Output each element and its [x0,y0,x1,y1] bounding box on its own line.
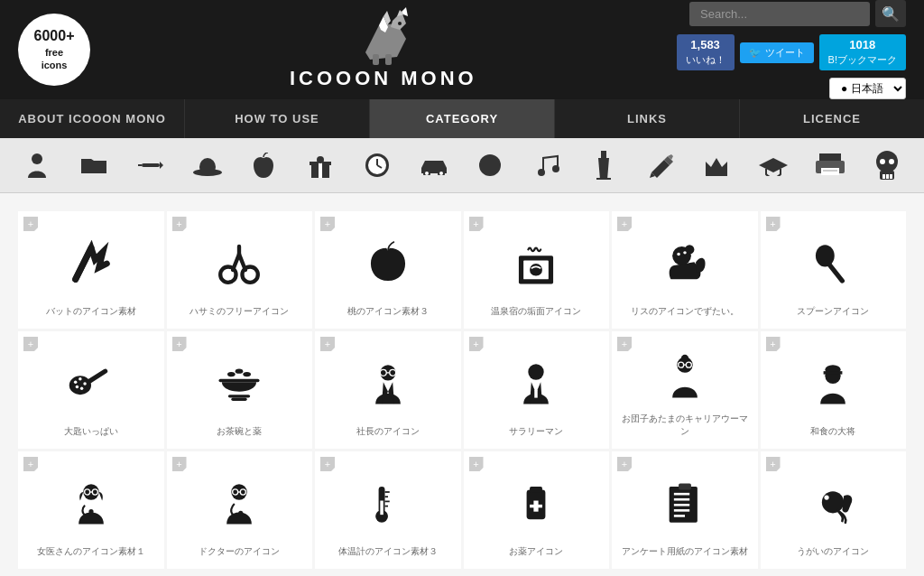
icon-label: 体温計のアイコン素材３ [338,545,438,558]
plus-badge: + [469,337,484,351]
icon-thermometer [365,469,411,538]
icon-survey [661,469,708,538]
plus-badge: + [766,337,781,351]
cat-icon-apple[interactable] [236,145,292,185]
nav-links[interactable]: LINKS [555,99,740,138]
icon-card-career-woman[interactable]: + お団子あたまのキャリアウーマン [612,331,758,449]
svg-rect-119 [679,483,691,489]
icon-scissors [216,229,263,298]
icon-card-ladle[interactable]: + 大匙いっぱい [18,331,164,449]
svg-point-63 [74,381,77,384]
icon-onsen [513,229,559,298]
header: 6000+ free icons [0,0,924,99]
icon-card-scissors[interactable]: + ハサミのフリーアイコン [167,211,313,329]
nav-how-to-use[interactable]: HOW TO USE [185,99,370,138]
svg-rect-31 [596,178,611,180]
nav-licence[interactable]: LICENCE [740,99,924,138]
cat-icon-syringe[interactable] [123,152,180,179]
icon-card-survey[interactable]: + アンケート用紙のアイコン素材 [612,451,758,569]
icon-card-salaryman[interactable]: + サラリーマン [464,331,610,449]
icon-label: ハサミのフリーアイコン [189,305,289,318]
hatena-button[interactable]: 1018 B!ブックマーク [819,34,906,70]
social-row: 1,583 いいね！ 🐦 ツイート 1018 B!ブックマーク [677,34,906,70]
icon-card-gargle[interactable]: + うがいのアイコン [761,451,907,569]
plus-badge: + [320,457,335,471]
logo-text-line1: 6000+ [34,27,75,46]
svg-rect-115 [674,498,689,501]
hb-label: B!ブックマーク [828,53,897,66]
icon-card-spoon[interactable]: + スプーンアイコン [761,211,907,329]
tw-label: ツイート [765,46,805,60]
cat-icon-skull[interactable] [858,144,915,187]
svg-rect-70 [232,398,247,401]
icon-label: 女医さんのアイコン素材１ [37,545,145,558]
cat-icon-lighthouse[interactable] [576,144,633,187]
cat-icon-music[interactable] [519,147,576,183]
svg-rect-41 [823,170,837,172]
svg-point-101 [238,511,243,516]
svg-line-52 [239,255,245,270]
icon-label: リスのアイコンでずたい。 [631,305,739,318]
category-icons-row [0,138,924,193]
logo[interactable]: 6000+ free icons [18,14,90,86]
icon-card-boss[interactable]: + 社長のアイコン [315,331,461,449]
plus-badge: + [172,457,187,471]
svg-point-56 [530,264,542,276]
icon-label: うがいのアイコン [797,545,869,558]
svg-rect-110 [530,487,542,493]
svg-point-26 [439,172,443,175]
svg-point-28 [538,169,545,176]
svg-point-27 [479,154,501,176]
search-button[interactable]: 🔍 [875,0,906,27]
plus-badge: + [23,457,38,471]
nav-about[interactable]: ABOUT ICOOON MONO [0,99,185,138]
svg-point-96 [88,509,93,514]
icon-card-onsen[interactable]: + 温泉宿の垢面アイコン [464,211,610,329]
icon-card-bowl[interactable]: + お茶碗と薬 [167,331,313,449]
cat-icon-hat[interactable] [179,147,236,183]
cat-icon-folder[interactable] [66,148,123,182]
svg-point-60 [683,251,686,254]
logo-text-line3: icons [42,59,68,71]
cat-icon-person[interactable] [9,145,66,185]
svg-rect-6 [373,54,379,65]
icon-card-female-doctor[interactable]: + 女医さんのアイコン素材１ [18,451,164,569]
icon-card-chef[interactable]: + 和食の大将 [761,331,907,449]
svg-point-61 [816,245,835,266]
twitter-button[interactable]: 🐦 ツイート [740,42,814,63]
cat-icon-crown[interactable] [688,147,745,183]
icon-card-peach[interactable]: + 桃のアイコン素材３ [315,211,461,329]
plus-badge: + [469,457,484,471]
svg-point-72 [236,369,244,374]
icon-label: バットのアイコン素材 [46,305,136,318]
facebook-button[interactable]: 1,583 いいね！ [677,34,735,70]
cat-icon-clock[interactable] [349,145,406,185]
plus-badge: + [23,337,38,351]
cat-icon-pencil[interactable] [632,145,688,185]
plus-badge: + [23,217,38,231]
svg-point-14 [199,158,216,176]
svg-rect-118 [674,515,685,517]
icon-label: 大匙いっぱい [64,425,118,438]
search-input[interactable] [689,2,870,26]
cat-icon-graduation[interactable] [745,147,802,183]
icon-gargle [809,469,856,538]
search-row: 🔍 [689,0,906,27]
svg-rect-108 [384,506,387,507]
header-right: 🔍 1,583 いいね！ 🐦 ツイート 1018 B!ブックマーク ● 日本語 … [677,0,906,98]
plus-badge: + [469,217,484,231]
icon-card-medicine[interactable]: + お薬アイコン [464,451,610,569]
cat-icon-printer[interactable] [802,146,859,184]
language-select[interactable]: ● 日本語 English [829,78,906,99]
icon-card-doctor[interactable]: + ドクターのアイコン [167,451,313,569]
cat-icon-sports[interactable] [462,145,519,185]
icon-card-squirrel[interactable]: + リスのアイコンでずたい。 [612,211,758,329]
icon-card-thermometer[interactable]: + 体温計のアイコン素材３ [315,451,461,569]
icon-card-bat[interactable]: + バットのアイコン素材 [18,211,164,329]
cat-icon-car[interactable] [405,148,462,182]
brand-name: ICOOON MONO [290,67,477,90]
icon-label: スプーンアイコン [797,305,869,318]
cat-icon-gift[interactable] [292,145,349,185]
svg-rect-116 [674,504,689,506]
nav-category[interactable]: CATEGORY [370,99,555,138]
